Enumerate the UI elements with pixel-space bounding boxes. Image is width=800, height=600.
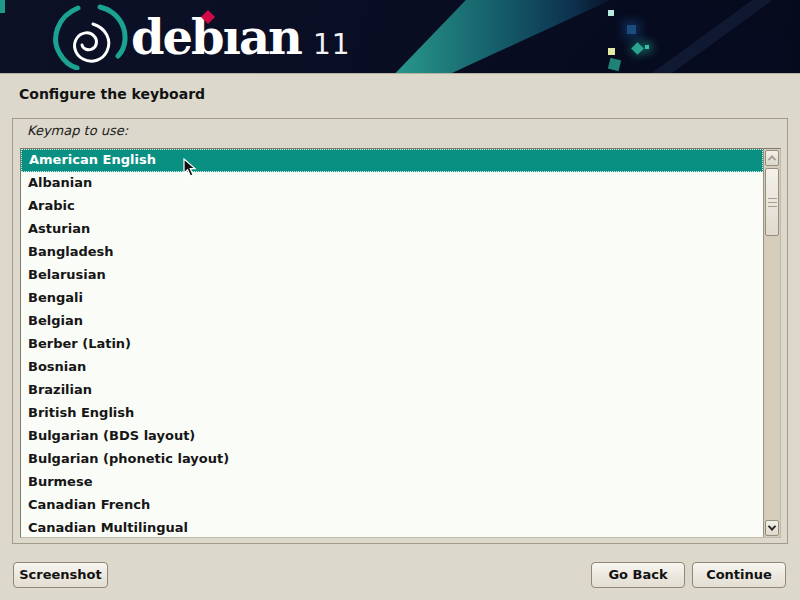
list-item[interactable]: Bulgarian (BDS layout)	[21, 425, 763, 448]
header-banner: debıan 11	[0, 0, 800, 74]
list-item[interactable]: Belgian	[21, 310, 763, 333]
debian-swirl-icon	[46, 4, 132, 70]
list-item[interactable]: Albanian	[21, 172, 763, 195]
sparkle-square	[608, 48, 615, 55]
brand-lockup: debıan 11	[131, 6, 351, 68]
scrollbar-grip-icon	[768, 198, 777, 207]
list-item[interactable]: Arabic	[21, 195, 763, 218]
list-item[interactable]: Canadian Multilingual	[21, 517, 763, 537]
scrollbar-thumb[interactable]	[765, 168, 779, 236]
brand-wordmark: debıan	[131, 6, 301, 68]
brand-version: 11	[313, 28, 351, 61]
chevron-down-icon	[768, 522, 776, 530]
list-item[interactable]: Asturian	[21, 218, 763, 241]
list-item[interactable]: American English	[21, 149, 763, 172]
list-item[interactable]: Berber (Latin)	[21, 333, 763, 356]
list-item[interactable]: Bulgarian (phonetic layout)	[21, 448, 763, 471]
sparkle-square	[627, 25, 636, 34]
chevron-up-icon	[768, 155, 776, 163]
keymap-label: Keymap to use:	[27, 123, 128, 138]
page-title: Configure the keyboard	[19, 86, 205, 102]
list-item[interactable]: Bosnian	[21, 356, 763, 379]
go-back-button[interactable]: Go Back	[591, 562, 685, 588]
installer-window: debıan 11 Configure the keyboard Keymap …	[0, 0, 800, 600]
scroll-down-button[interactable]	[765, 520, 779, 536]
list-item[interactable]: British English	[21, 402, 763, 425]
sparkle-glow-dot	[645, 45, 649, 49]
list-item[interactable]: Canadian French	[21, 494, 763, 517]
sparkle-square	[608, 10, 614, 16]
list-item[interactable]: Bangladesh	[21, 241, 763, 264]
header-corner-square	[0, 0, 5, 13]
list-item[interactable]: Brazilian	[21, 379, 763, 402]
scrollbar-track[interactable]	[763, 149, 780, 537]
list-item[interactable]: Belarusian	[21, 264, 763, 287]
screenshot-button[interactable]: Screenshot	[13, 562, 108, 588]
continue-button[interactable]: Continue	[692, 562, 786, 588]
mouse-cursor-icon	[183, 158, 197, 178]
keymap-list: American EnglishAlbanianArabicAsturianBa…	[21, 149, 763, 537]
list-item[interactable]: Burmese	[21, 471, 763, 494]
list-item[interactable]: Bengali	[21, 287, 763, 310]
scroll-up-button[interactable]	[765, 150, 779, 166]
keymap-listbox: American EnglishAlbanianArabicAsturianBa…	[20, 148, 781, 538]
